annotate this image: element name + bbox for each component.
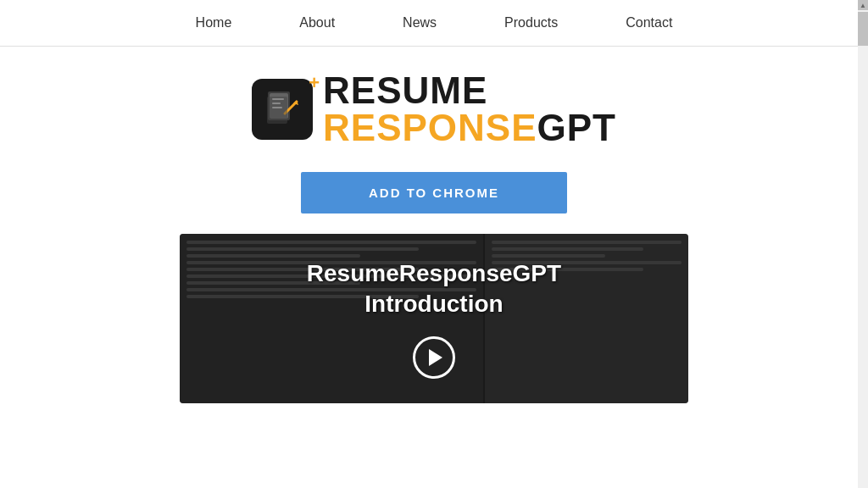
main-content: RESUME RESPONSEGPT ADD TO CHROME [0,47,868,403]
nav-link-products[interactable]: Products [504,15,558,30]
nav-link-about[interactable]: About [299,15,335,30]
nav-link-news[interactable]: News [403,15,437,30]
scrollbar-up-arrow[interactable]: ▲ [858,0,868,10]
nav-link-home[interactable]: Home [196,15,232,30]
add-to-chrome-button[interactable]: ADD TO CHROME [301,172,567,214]
scrollbar[interactable]: ▲ [858,0,868,488]
logo-container: RESUME RESPONSEGPT [252,72,616,147]
play-button[interactable] [413,336,455,379]
video-overlay: ResumeResponseGPT Introduction [180,234,688,403]
scrollbar-thumb[interactable] [858,12,868,46]
video-title: ResumeResponseGPT Introduction [307,258,561,320]
video-container: ResumeResponseGPT Introduction [180,234,688,403]
video-title-line2: Introduction [364,291,503,317]
logo-responsegpt-text: RESPONSEGPT [323,109,616,147]
logo-gpt-text: GPT [537,107,616,148]
video-title-line1: ResumeResponseGPT [307,260,561,286]
navbar: Home About News Products Contact [0,0,868,47]
svg-rect-7 [267,97,287,124]
nav-link-contact[interactable]: Contact [626,15,672,30]
logo-text: RESUME RESPONSEGPT [323,72,616,147]
logo-icon [252,79,313,140]
logo-resume-text: RESUME [323,72,616,109]
logo-response-text: RESPONSE [323,107,537,148]
